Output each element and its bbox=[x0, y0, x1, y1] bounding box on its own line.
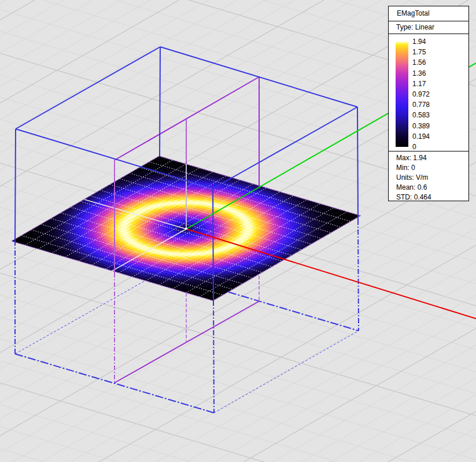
3d-viewport[interactable]: EMagTotal Type: Linear 1.941.751.561.361… bbox=[0, 0, 476, 462]
legend-stat-line: STD: 0.464 bbox=[396, 193, 468, 202]
colorbar-tick-label: 1.56 bbox=[412, 58, 426, 66]
colorbar-gradient bbox=[396, 42, 408, 147]
colorbar-tick-label: 0.972 bbox=[412, 90, 430, 98]
legend-stats: Max: 1.94Min: 0Units: V/mMean: 0.6STD: 0… bbox=[389, 151, 468, 202]
legend-colorbar: 1.941.751.561.361.170.9720.7780.5830.389… bbox=[389, 34, 468, 151]
legend-stat-line: Max: 1.94 bbox=[396, 153, 468, 163]
colorbar-tick-label: 1.75 bbox=[412, 48, 426, 56]
colorbar-tick-label: 0.583 bbox=[412, 111, 430, 119]
colorbar-tick-label: 0.778 bbox=[412, 101, 430, 109]
legend-stat-line: Mean: 0.6 bbox=[396, 183, 468, 193]
colorbar-tick-label: 1.17 bbox=[412, 80, 426, 88]
colorbar-tick-label: 1.36 bbox=[412, 69, 426, 77]
colorbar-tick-label: 0 bbox=[412, 143, 416, 151]
legend-stat-line: Units: V/m bbox=[396, 173, 468, 183]
legend-stat-line: Min: 0 bbox=[396, 163, 468, 173]
colorbar-tick-label: 1.94 bbox=[412, 38, 426, 46]
colorbar-tick-label: 0.194 bbox=[412, 132, 430, 141]
legend-scale-type: Type: Linear bbox=[389, 21, 468, 34]
legend-title: EMagTotal bbox=[389, 6, 468, 21]
colorbar-tick-label: 0.389 bbox=[412, 122, 430, 130]
results-legend: EMagTotal Type: Linear 1.941.751.561.361… bbox=[388, 6, 469, 201]
